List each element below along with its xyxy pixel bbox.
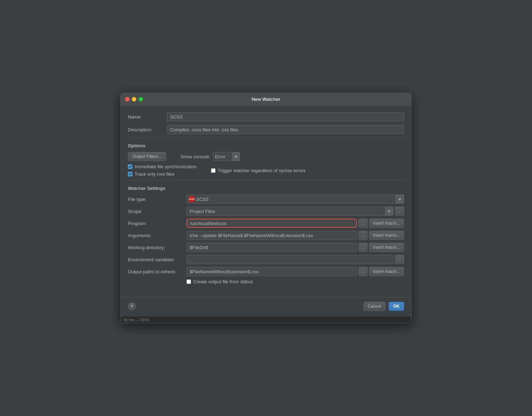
options-row-1: Output Filters... Show console: Error Al…	[128, 152, 404, 161]
divider-2	[128, 180, 404, 181]
arguments-input-group: ... Insert macro...	[186, 231, 404, 240]
trigger-watcher-row[interactable]: Trigger watcher regardless of syntax err…	[211, 168, 305, 173]
help-button[interactable]: ?	[128, 302, 136, 310]
create-output-label: Create output file from stdout	[193, 279, 253, 284]
working-dir-insert-macro-button[interactable]: Insert macro...	[369, 243, 404, 252]
scope-dots-button[interactable]: ...	[395, 207, 404, 216]
output-paths-input-group: ... Insert macro...	[186, 267, 404, 276]
working-dir-input[interactable]	[186, 243, 357, 252]
env-vars-input[interactable]	[186, 255, 393, 264]
description-input[interactable]	[167, 125, 404, 134]
divider-1	[128, 138, 404, 138]
dialog-footer: ? Cancel OK	[121, 297, 411, 317]
immediate-sync-checkbox[interactable]	[128, 164, 132, 169]
file-type-value: SCSS	[196, 197, 396, 202]
program-dots-button[interactable]: ...	[358, 219, 368, 228]
maximize-button[interactable]	[139, 97, 143, 102]
output-paths-insert-macro-button[interactable]: Insert macro...	[369, 267, 404, 276]
arguments-input[interactable]	[186, 231, 357, 240]
arguments-label: Arguments:	[128, 233, 186, 238]
watcher-settings-section: Watcher Settings File type: SASS SCSS ▼ …	[128, 186, 404, 284]
show-console-label: Show console:	[180, 154, 211, 159]
file-type-select-wrapper[interactable]: SASS SCSS ▼	[186, 195, 404, 204]
traffic-lights	[125, 97, 143, 102]
file-type-input-group: SASS SCSS ▼	[186, 195, 404, 204]
title-bar: New Watcher	[121, 93, 411, 106]
output-paths-label: Output paths to refresh:	[128, 269, 186, 274]
show-console-select[interactable]: Error Always Never	[213, 154, 232, 159]
program-input-group: ... Insert macro...	[186, 219, 404, 228]
file-type-arrow-icon[interactable]: ▼	[396, 195, 404, 203]
show-console-arrow-icon: ▼	[232, 152, 240, 161]
immediate-sync-row[interactable]: Immediate file synchronization	[128, 164, 197, 169]
options-section-label: Options	[128, 143, 404, 148]
create-output-label-row[interactable]: Create output file from stdout	[186, 279, 253, 284]
scope-arrow-icon[interactable]: ▼	[385, 207, 393, 215]
output-filters-button[interactable]: Output Filters...	[128, 152, 166, 161]
working-dir-dots-button[interactable]: ...	[358, 243, 368, 252]
show-console-select-wrapper[interactable]: Error Always Never ▼	[213, 152, 240, 161]
show-console-group: Show console: Error Always Never ▼	[180, 152, 240, 161]
track-root-files-label: Track only root files	[135, 171, 174, 177]
arguments-dots-button[interactable]: ...	[358, 231, 368, 240]
file-type-label: File type:	[128, 197, 186, 202]
right-checkboxes: Trigger watcher regardless of syntax err…	[211, 168, 305, 173]
output-paths-dots-button[interactable]: ...	[358, 267, 368, 276]
arguments-insert-macro-button[interactable]: Insert macro...	[369, 231, 404, 240]
track-root-files-row[interactable]: Track only root files	[128, 171, 197, 177]
program-insert-macro-button[interactable]: Insert macro...	[369, 219, 404, 228]
arguments-row: Arguments: ... Insert macro...	[128, 231, 404, 240]
immediate-sync-label: Immediate file synchronization	[135, 164, 197, 169]
status-text: 91 ms — 3374	[124, 318, 149, 322]
description-row: Description:	[128, 125, 404, 134]
minimize-button[interactable]	[132, 97, 136, 102]
working-dir-row: Working directory: ... Insert macro...	[128, 243, 404, 252]
dialog-body: Name: Description: Options Output Filter…	[121, 106, 411, 293]
env-vars-input-group: ...	[186, 255, 404, 264]
env-vars-row: Environment variables: ...	[128, 255, 404, 264]
close-button[interactable]	[125, 97, 130, 102]
ok-button[interactable]: OK	[389, 302, 404, 311]
program-row: Program: ... Insert macro...	[128, 219, 404, 228]
scope-label: Scope:	[128, 209, 186, 214]
options-row-2: Immediate file synchronization Track onl…	[128, 164, 404, 177]
new-watcher-dialog: New Watcher Name: Description: Options O…	[120, 93, 412, 323]
options-section: Options Output Filters... Show console: …	[128, 143, 404, 177]
footer-buttons: Cancel OK	[363, 302, 404, 311]
program-input[interactable]	[186, 219, 357, 228]
trigger-watcher-label: Trigger watcher regardless of syntax err…	[218, 168, 305, 173]
name-row: Name:	[128, 112, 404, 121]
scope-value: Project Files	[187, 209, 385, 214]
name-input[interactable]	[167, 112, 404, 121]
output-paths-input[interactable]	[186, 267, 357, 276]
env-vars-label: Environment variables:	[128, 257, 186, 262]
working-dir-input-group: ... Insert macro...	[186, 243, 404, 252]
name-label: Name:	[128, 114, 167, 120]
scope-input-group: Project Files ▼ ...	[186, 207, 404, 216]
file-type-row: File type: SASS SCSS ▼	[128, 195, 404, 204]
track-root-files-checkbox[interactable]	[128, 172, 132, 176]
cancel-button[interactable]: Cancel	[363, 302, 386, 311]
scope-select-wrapper[interactable]: Project Files ▼	[186, 207, 393, 216]
working-dir-label: Working directory:	[128, 245, 186, 250]
scss-icon: SASS	[189, 196, 195, 202]
watcher-settings-label: Watcher Settings	[128, 186, 404, 191]
scope-row: Scope: Project Files ▼ ...	[128, 207, 404, 216]
program-label: Program:	[128, 221, 186, 226]
create-output-checkbox[interactable]	[186, 279, 191, 284]
env-vars-dots-button[interactable]: ...	[395, 255, 404, 264]
create-output-row: Create output file from stdout	[186, 279, 404, 284]
status-bar: 91 ms — 3374	[121, 317, 411, 323]
trigger-watcher-checkbox[interactable]	[211, 168, 216, 173]
output-paths-row: Output paths to refresh: ... Insert macr…	[128, 267, 404, 276]
left-checkboxes: Immediate file synchronization Track onl…	[128, 164, 197, 177]
description-label: Description:	[128, 127, 167, 132]
dialog-title: New Watcher	[251, 97, 280, 102]
